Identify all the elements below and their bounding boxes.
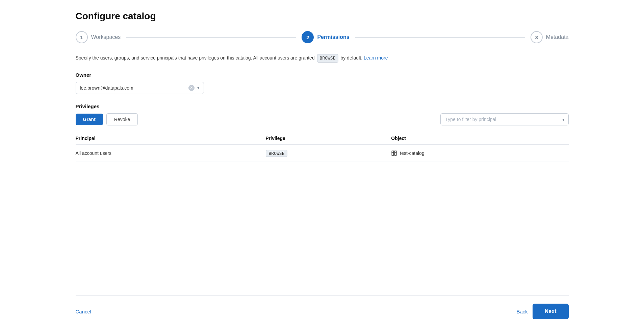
- step-line-2: [355, 37, 525, 38]
- step-3-circle: 3: [531, 31, 543, 43]
- col-header-privilege: Privilege: [266, 132, 391, 145]
- description-after: by default.: [340, 55, 362, 61]
- privileges-label: Privileges: [76, 103, 569, 109]
- back-button[interactable]: Back: [516, 309, 527, 314]
- step-3: 3 Metadata: [531, 31, 569, 43]
- next-button[interactable]: Next: [533, 304, 569, 319]
- step-1-label: Workspaces: [91, 34, 121, 40]
- learn-more-link[interactable]: Learn more: [364, 55, 388, 61]
- object-name: test-catalog: [400, 150, 424, 156]
- object-cell: test-catalog: [391, 150, 563, 156]
- step-2: 2 Permissions: [302, 31, 349, 43]
- grant-button[interactable]: Grant: [76, 114, 103, 125]
- owner-label: Owner: [76, 72, 569, 78]
- svg-rect-1: [395, 151, 396, 156]
- privileges-table: Principal Privilege Object All account u…: [76, 132, 569, 162]
- col-header-principal: Principal: [76, 132, 266, 145]
- page-wrapper: Configure catalog 1 Workspaces 2 Permiss…: [62, 0, 582, 330]
- page-title: Configure catalog: [76, 11, 569, 22]
- privileges-header: Grant Revoke ▾: [76, 113, 569, 125]
- step-2-circle: 2: [302, 31, 314, 43]
- owner-chevron-icon: ▾: [197, 85, 200, 90]
- stepper: 1 Workspaces 2 Permissions 3 Metadata: [76, 31, 569, 43]
- col-header-object: Object: [391, 132, 568, 145]
- cell-principal: All account users: [76, 145, 266, 162]
- svg-rect-0: [392, 151, 394, 156]
- table-row: All account usersBROWSEtest-catalog: [76, 145, 569, 162]
- table-header-row: Principal Privilege Object: [76, 132, 569, 145]
- cell-object: test-catalog: [391, 145, 568, 162]
- owner-select[interactable]: lee.brown@datapals.com ✕ ▾: [76, 82, 204, 94]
- step-3-label: Metadata: [546, 34, 569, 40]
- filter-wrapper: ▾: [440, 113, 569, 125]
- step-1-circle: 1: [76, 31, 88, 43]
- owner-select-value: lee.brown@datapals.com: [80, 85, 186, 91]
- footer-right: Back Next: [516, 304, 568, 319]
- step-line-1: [126, 37, 296, 38]
- footer: Cancel Back Next: [76, 295, 569, 330]
- cell-privilege: BROWSE: [266, 145, 391, 162]
- action-buttons: Grant Revoke: [76, 113, 138, 125]
- privilege-badge: BROWSE: [266, 150, 288, 157]
- revoke-button[interactable]: Revoke: [106, 113, 138, 125]
- step-1: 1 Workspaces: [76, 31, 121, 43]
- description-text: Specify the users, groups, and service p…: [76, 54, 569, 63]
- catalog-icon: [391, 150, 397, 156]
- cancel-button[interactable]: Cancel: [76, 309, 92, 314]
- step-2-label: Permissions: [317, 34, 349, 40]
- owner-clear-button[interactable]: ✕: [188, 85, 195, 91]
- filter-input[interactable]: [440, 113, 569, 125]
- description-before: Specify the users, groups, and service p…: [76, 55, 315, 61]
- browse-badge: BROWSE: [317, 54, 338, 63]
